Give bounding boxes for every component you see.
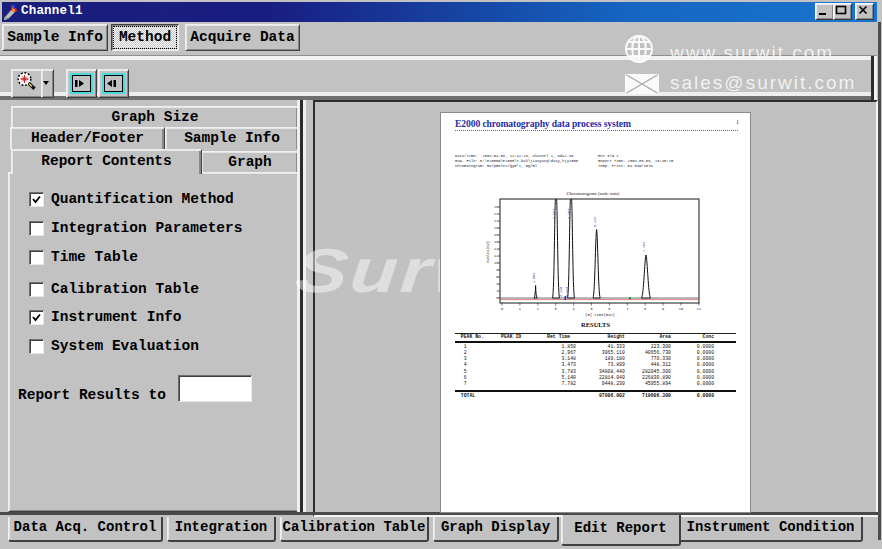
svg-text:mVolts(mV): mVolts(mV) — [486, 241, 490, 263]
svg-text:2: 2 — [537, 307, 539, 311]
svg-text:6: 6 — [608, 307, 610, 311]
svg-text:7.782: 7.782 — [642, 242, 646, 252]
svg-text:5: 5 — [590, 307, 592, 311]
svg-text:10: 10 — [679, 307, 683, 311]
svg-text:26: 26 — [494, 205, 498, 209]
svg-text:7: 7 — [626, 307, 628, 311]
svg-text:3.148: 3.148 — [559, 287, 563, 297]
svg-text:(R) time(min): (R) time(min) — [585, 313, 615, 317]
svg-text:2.967: 2.967 — [552, 209, 556, 219]
svg-text:1.850: 1.850 — [532, 273, 536, 283]
svg-text:1: 1 — [519, 307, 521, 311]
svg-text:5.140: 5.140 — [593, 217, 597, 227]
svg-text:9: 9 — [662, 307, 664, 311]
svg-text:3.473: 3.473 — [565, 287, 569, 297]
svg-text:11: 11 — [697, 307, 701, 311]
svg-text:Chromatogram (unit: min): Chromatogram (unit: min) — [566, 191, 619, 196]
svg-text:4: 4 — [573, 307, 575, 311]
svg-text:0: 0 — [501, 307, 503, 311]
svg-text:3.783: 3.783 — [567, 209, 571, 219]
svg-text:22: 22 — [494, 219, 498, 223]
svg-text:18: 18 — [494, 233, 498, 237]
svg-text:8: 8 — [644, 307, 646, 311]
svg-text:20: 20 — [494, 226, 498, 230]
svg-text:3: 3 — [555, 307, 557, 311]
svg-text:12: 12 — [494, 254, 498, 258]
svg-text:10: 10 — [494, 261, 498, 265]
svg-text:16: 16 — [494, 240, 498, 244]
